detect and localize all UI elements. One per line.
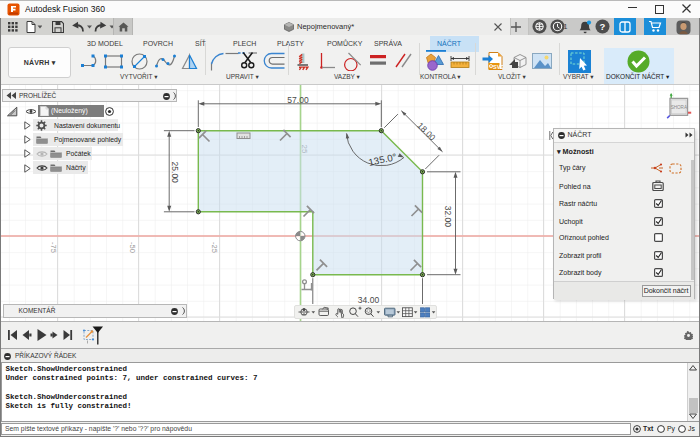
svg-text:SVG: SVG <box>493 64 503 70</box>
svg-text:-50: -50 <box>128 242 137 253</box>
svg-text:?: ? <box>600 21 606 32</box>
svg-text:SHORA: SHORA <box>671 105 688 110</box>
svg-text:-75: -75 <box>49 242 58 253</box>
svg-text:25.00: 25.00 <box>170 162 180 184</box>
svg-text:57.00: 57.00 <box>287 95 309 105</box>
svg-text:32.00: 32.00 <box>443 206 453 228</box>
svg-text:34.00: 34.00 <box>358 295 380 305</box>
svg-text:-25: -25 <box>210 242 219 253</box>
